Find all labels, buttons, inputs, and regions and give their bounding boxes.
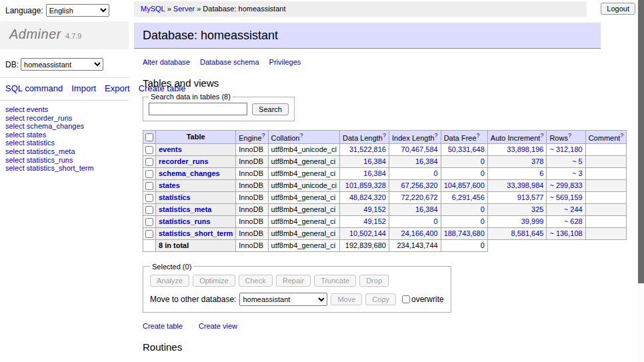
column-help-link[interactable]: ?: [262, 132, 265, 139]
create-link-0[interactable]: Create table: [143, 322, 183, 330]
scrollbar-thumb[interactable]: [638, 0, 644, 283]
auto-increment-link[interactable]: 8,581,645: [511, 229, 543, 237]
row-checkbox[interactable]: [145, 230, 153, 238]
data-free-link[interactable]: 104,857,600: [444, 181, 485, 189]
data-length-link[interactable]: 16,384: [363, 169, 386, 177]
overwrite-checkbox[interactable]: [402, 295, 410, 303]
column-help-link[interactable]: ?: [620, 132, 623, 139]
data-free-link[interactable]: 0: [481, 217, 485, 225]
index-length-link[interactable]: 0: [434, 217, 438, 225]
sidebar-table-link-7[interactable]: select statistics_short_term: [5, 164, 94, 172]
column-help-link[interactable]: ?: [540, 132, 543, 139]
auto-increment-link[interactable]: 325: [531, 205, 543, 213]
sidebar-table-link-1[interactable]: select recorder_runs: [5, 114, 72, 122]
auto-increment-link[interactable]: 33,398,984: [507, 181, 543, 189]
index-length-link[interactable]: 16,384: [415, 205, 438, 213]
move-db-select[interactable]: homeassistant: [239, 293, 327, 306]
table-name-link[interactable]: schema_changes: [159, 169, 220, 177]
language-select[interactable]: English: [46, 4, 109, 17]
rows-link[interactable]: ~ 5: [572, 157, 583, 165]
rows-link[interactable]: ~ 569,159: [549, 193, 582, 201]
adminer-version[interactable]: 4.7.9: [65, 32, 81, 40]
data-length-link[interactable]: 31,522,816: [349, 145, 386, 153]
data-length-link[interactable]: 49,152: [363, 205, 386, 213]
table-name-link[interactable]: statistics: [159, 193, 191, 201]
data-free-link[interactable]: 0: [481, 157, 485, 165]
data-free-link[interactable]: 188,743,680: [444, 229, 485, 237]
row-checkbox[interactable]: [145, 218, 153, 226]
copy-button[interactable]: Copy: [365, 293, 396, 305]
data-length-link[interactable]: 48,824,320: [349, 193, 386, 201]
row-checkbox[interactable]: [145, 170, 153, 178]
table-name-link[interactable]: statistics_meta: [159, 205, 212, 213]
auto-increment-link[interactable]: 378: [531, 157, 543, 165]
row-checkbox[interactable]: [145, 182, 153, 190]
logout-button[interactable]: Logout: [601, 3, 635, 15]
index-length-link[interactable]: 24,166,400: [401, 229, 438, 237]
table-name-link[interactable]: statistics_runs: [159, 217, 211, 225]
check-button[interactable]: Check: [239, 275, 273, 287]
data-free-link[interactable]: 0: [481, 205, 485, 213]
column-help-link[interactable]: ?: [383, 132, 386, 139]
index-length-link[interactable]: 70,467,584: [401, 145, 438, 153]
vertical-scrollbar[interactable]: [637, 0, 644, 362]
truncate-button[interactable]: Truncate: [314, 275, 356, 287]
sidebar-table-link-3[interactable]: select states: [5, 131, 46, 139]
index-length-link[interactable]: 67,256,320: [401, 181, 438, 189]
db-action-link-1[interactable]: Database schema: [200, 58, 259, 66]
table-name-link[interactable]: statistics_short_term: [159, 229, 233, 237]
auto-increment-link[interactable]: 913,577: [517, 193, 544, 201]
repair-button[interactable]: Repair: [276, 275, 311, 287]
search-input[interactable]: [149, 103, 247, 115]
row-checkbox[interactable]: [145, 158, 153, 166]
rows-link[interactable]: ~ 312,180: [549, 145, 582, 153]
drop-button[interactable]: Drop: [359, 275, 389, 287]
analyze-button[interactable]: Analyze: [150, 275, 189, 287]
sidebar-table-link-4[interactable]: select statistics: [5, 139, 55, 147]
rows-link[interactable]: ~ 628: [564, 217, 583, 225]
data-free-link[interactable]: 6,291,456: [452, 193, 485, 201]
auto-increment-link[interactable]: 6: [539, 169, 543, 177]
breadcrumb-link-server[interactable]: Server: [173, 5, 195, 13]
rows-link[interactable]: ~ 3: [572, 169, 583, 177]
sidebar-table-link-2[interactable]: select schema_changes: [5, 122, 84, 130]
data-length-link[interactable]: 10,502,144: [349, 229, 386, 237]
table-name-link[interactable]: states: [159, 181, 180, 189]
breadcrumb-link-mysql[interactable]: MySQL: [141, 5, 165, 13]
index-length-link[interactable]: 16,384: [415, 157, 438, 165]
db-select[interactable]: homeassistant: [21, 58, 103, 71]
auto-increment-link[interactable]: 33,898,196: [507, 145, 543, 153]
sidebar-table-link-5[interactable]: select statistics_meta: [5, 147, 75, 155]
column-help-link[interactable]: ?: [568, 132, 571, 139]
table-name-link[interactable]: events: [159, 145, 182, 153]
search-button[interactable]: Search: [252, 103, 289, 115]
data-free-link[interactable]: 50,331,648: [448, 145, 485, 153]
create-link-1[interactable]: Create view: [199, 322, 237, 330]
index-length-link[interactable]: 0: [434, 169, 438, 177]
select-all-checkbox[interactable]: [145, 133, 153, 141]
row-checkbox[interactable]: [145, 146, 153, 154]
row-checkbox[interactable]: [145, 206, 153, 214]
column-help-link[interactable]: ?: [477, 132, 480, 139]
data-free-link[interactable]: 0: [481, 169, 485, 177]
rows-link[interactable]: ~ 136,108: [549, 229, 582, 237]
auto-increment-link[interactable]: 39,999: [521, 217, 544, 225]
sidebar-action-1[interactable]: Import: [71, 83, 96, 93]
optimize-button[interactable]: Optimize: [193, 275, 235, 287]
rows-link[interactable]: ~ 299,833: [549, 181, 582, 189]
row-checkbox[interactable]: [145, 194, 153, 202]
column-help-link[interactable]: ?: [435, 132, 438, 139]
db-action-link-2[interactable]: Privileges: [269, 58, 301, 66]
adminer-logo-text[interactable]: Adminer: [9, 27, 61, 41]
move-button[interactable]: Move: [331, 293, 362, 305]
data-length-link[interactable]: 16,384: [363, 157, 386, 165]
rows-link[interactable]: ~ 244: [564, 205, 583, 213]
table-name-link[interactable]: recorder_runs: [159, 157, 209, 165]
sidebar-table-link-0[interactable]: select events: [5, 105, 48, 113]
db-action-link-0[interactable]: Alter database: [143, 58, 190, 66]
column-help-link[interactable]: ?: [299, 132, 303, 139]
data-length-link[interactable]: 101,859,328: [345, 181, 386, 189]
sidebar-action-0[interactable]: SQL command: [5, 83, 63, 93]
sidebar-table-link-6[interactable]: select statistics_runs: [5, 156, 73, 164]
data-length-link[interactable]: 49,152: [363, 217, 386, 225]
